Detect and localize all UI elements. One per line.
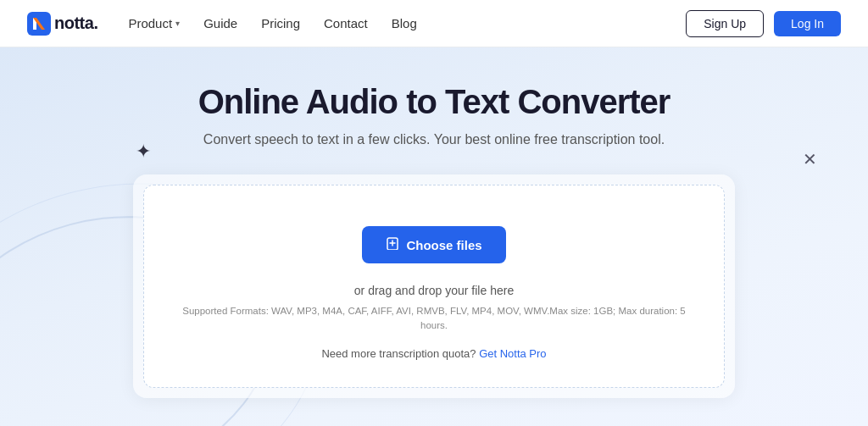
- navbar: notta. Product ▾ Guide Pricing Contact B…: [0, 0, 868, 47]
- login-button[interactable]: Log In: [774, 11, 841, 36]
- nav-product[interactable]: Product ▾: [128, 16, 180, 30]
- nav-contact[interactable]: Contact: [324, 16, 368, 30]
- upload-card: Choose files or drag and drop your file …: [143, 185, 725, 388]
- logo-icon: [27, 12, 51, 36]
- nav-links: Product ▾ Guide Pricing Contact Blog: [128, 16, 686, 30]
- signup-button[interactable]: Sign Up: [686, 10, 764, 37]
- nav-actions: Sign Up Log In: [686, 10, 841, 37]
- choose-files-button[interactable]: Choose files: [362, 226, 505, 263]
- logo[interactable]: notta.: [27, 12, 97, 36]
- sparkle-left-icon: ✦: [136, 141, 151, 163]
- logo-text: notta.: [54, 14, 97, 33]
- supported-formats-text: Supported Formats: WAV, MP3, M4A, CAF, A…: [178, 304, 690, 334]
- quota-link[interactable]: Get Notta Pro: [479, 347, 546, 360]
- upload-card-wrapper: Choose files or drag and drop your file …: [133, 174, 735, 398]
- nav-blog[interactable]: Blog: [392, 16, 417, 30]
- nav-pricing[interactable]: Pricing: [261, 16, 300, 30]
- nav-guide[interactable]: Guide: [203, 16, 237, 30]
- hero-subtitle: Convert speech to text in a few clicks. …: [198, 132, 670, 147]
- hero-title: Online Audio to Text Converter: [198, 81, 670, 122]
- drag-drop-text: or drag and drop your file here: [178, 284, 690, 297]
- sparkle-right-icon: ✕: [803, 149, 817, 169]
- quota-text: Need more transcription quota? Get Notta…: [178, 347, 690, 360]
- upload-icon: [386, 236, 399, 253]
- chevron-down-icon: ▾: [175, 19, 180, 28]
- hero-content: Online Audio to Text Converter Convert s…: [198, 81, 670, 174]
- hero-section: ✦ ✕ Online Audio to Text Converter Conve…: [0, 47, 868, 426]
